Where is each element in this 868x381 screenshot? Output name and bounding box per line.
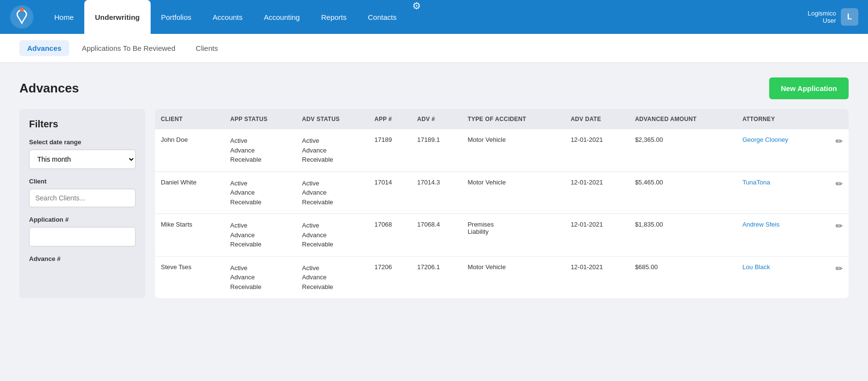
gear-icon[interactable]: ⚙ [412, 0, 421, 34]
cell-advanced-amount: $5,465.00 [629, 171, 737, 214]
cell-adv-date: 12-01-2021 [565, 256, 629, 298]
client-search-input[interactable] [29, 189, 136, 207]
edit-cell[interactable]: ✏ [821, 171, 849, 214]
navbar: Home Underwriting Portfolios Accounts Ac… [0, 0, 868, 34]
nav-portfolios[interactable]: Portfolios [151, 0, 202, 34]
cell-adv-status: ActiveAdvanceReceivable [296, 256, 369, 298]
cell-type-of_accident: PremisesLiability [462, 214, 565, 257]
sub-nav-clients[interactable]: Clients [188, 40, 226, 56]
advance-num-label: Advance # [29, 255, 136, 262]
cell-attorney[interactable]: George Clooney [737, 129, 821, 171]
nav-accounting[interactable]: Accounting [253, 0, 310, 34]
sub-nav-advances[interactable]: Advances [19, 40, 69, 56]
cell-adv-date: 12-01-2021 [565, 129, 629, 171]
navbar-links: Home Underwriting Portfolios Accounts Ac… [44, 0, 807, 34]
cell-adv-status: ActiveAdvanceReceivable [296, 171, 369, 214]
sub-nav: Advances Applications To Be Reviewed Cli… [0, 34, 868, 63]
table-row: Steve TsesActiveAdvanceReceivableActiveA… [155, 256, 849, 298]
edit-cell[interactable]: ✏ [821, 129, 849, 171]
nav-reports[interactable]: Reports [310, 0, 357, 34]
cell-adv-num: 17014.3 [411, 171, 462, 214]
cell-attorney[interactable]: Lou Black [737, 256, 821, 298]
col-advanced-amount: ADVANCED AMOUNT [629, 109, 737, 129]
user-role: User [807, 17, 836, 24]
col-app-status: APP STATUS [224, 109, 296, 129]
nav-contacts[interactable]: Contacts [357, 0, 407, 34]
avatar[interactable]: L [841, 8, 858, 26]
cell-adv-status: ActiveAdvanceReceivable [296, 214, 369, 257]
app-num-label: Application # [29, 216, 136, 223]
col-adv-num: ADV # [411, 109, 462, 129]
cell-app-status: ActiveAdvanceReceivable [224, 214, 296, 257]
table-row: John DoeActiveAdvanceReceivableActiveAdv… [155, 129, 849, 171]
cell-app-num: 17068 [369, 214, 411, 257]
table-row: Mike StartsActiveAdvanceReceivableActive… [155, 214, 849, 257]
col-client: CLIENT [155, 109, 224, 129]
date-range-label: Select date range [29, 138, 136, 146]
cell-app-num: 17189 [369, 129, 411, 171]
cell-attorney[interactable]: TunaTona [737, 171, 821, 214]
edit-cell[interactable]: ✏ [821, 214, 849, 257]
cell-adv-num: 17206.1 [411, 256, 462, 298]
user-info: Logismico User [807, 10, 836, 24]
table-header: CLIENT APP STATUS ADV STATUS APP # ADV #… [155, 109, 849, 129]
cell-app-num: 17206 [369, 256, 411, 298]
cell-type-of_accident: Motor Vehicle [462, 256, 565, 298]
filters-title: Filters [29, 119, 136, 130]
app-num-input[interactable] [29, 227, 136, 246]
cell-client: Steve Tses [155, 256, 224, 298]
cell-advanced-amount: $2,365.00 [629, 129, 737, 171]
cell-app-status: ActiveAdvanceReceivable [224, 129, 296, 171]
col-app-num: APP # [369, 109, 411, 129]
cell-advanced-amount: $1,835.00 [629, 214, 737, 257]
cell-client: John Doe [155, 129, 224, 171]
cell-type-of_accident: Motor Vehicle [462, 171, 565, 214]
filters-panel: Filters Select date range This month Las… [19, 109, 145, 298]
col-adv-status: ADV STATUS [296, 109, 369, 129]
new-application-button[interactable]: New Application [769, 77, 849, 99]
body-layout: Filters Select date range This month Las… [19, 109, 849, 298]
logo [10, 5, 34, 29]
user-area: Logismico User L [807, 8, 858, 26]
cell-client: Daniel White [155, 171, 224, 214]
client-label: Client [29, 178, 136, 185]
table-container: CLIENT APP STATUS ADV STATUS APP # ADV #… [155, 109, 849, 298]
cell-app-status: ActiveAdvanceReceivable [224, 256, 296, 298]
nav-home[interactable]: Home [44, 0, 84, 34]
cell-advanced-amount: $685.00 [629, 256, 737, 298]
user-name: Logismico [807, 10, 836, 17]
table-row: Daniel WhiteActiveAdvanceReceivableActiv… [155, 171, 849, 214]
date-range-select[interactable]: This month Last month This year Custom [29, 150, 136, 169]
page-header: Advances New Application [19, 77, 849, 99]
sub-nav-applications[interactable]: Applications To Be Reviewed [74, 40, 183, 56]
advances-table: CLIENT APP STATUS ADV STATUS APP # ADV #… [155, 109, 849, 298]
table-body: John DoeActiveAdvanceReceivableActiveAdv… [155, 129, 849, 298]
cell-adv-date: 12-01-2021 [565, 214, 629, 257]
cell-app-status: ActiveAdvanceReceivable [224, 171, 296, 214]
col-adv-date: ADV DATE [565, 109, 629, 129]
main-content: Advances New Application Filters Select … [0, 63, 868, 381]
nav-accounts[interactable]: Accounts [202, 0, 253, 34]
cell-type-of_accident: Motor Vehicle [462, 129, 565, 171]
cell-attorney[interactable]: Andrew Sfeis [737, 214, 821, 257]
cell-adv-num: 17189.1 [411, 129, 462, 171]
nav-underwriting[interactable]: Underwriting [84, 0, 151, 34]
page-title: Advances [19, 81, 79, 96]
cell-adv-status: ActiveAdvanceReceivable [296, 129, 369, 171]
edit-cell[interactable]: ✏ [821, 256, 849, 298]
col-attorney: ATTORNEY [737, 109, 821, 129]
cell-app-num: 17014 [369, 171, 411, 214]
col-actions [821, 109, 849, 129]
cell-adv-date: 12-01-2021 [565, 171, 629, 214]
cell-adv-num: 17068.4 [411, 214, 462, 257]
svg-point-1 [20, 8, 24, 12]
cell-client: Mike Starts [155, 214, 224, 257]
col-type-accident: TYPE OF ACCIDENT [462, 109, 565, 129]
